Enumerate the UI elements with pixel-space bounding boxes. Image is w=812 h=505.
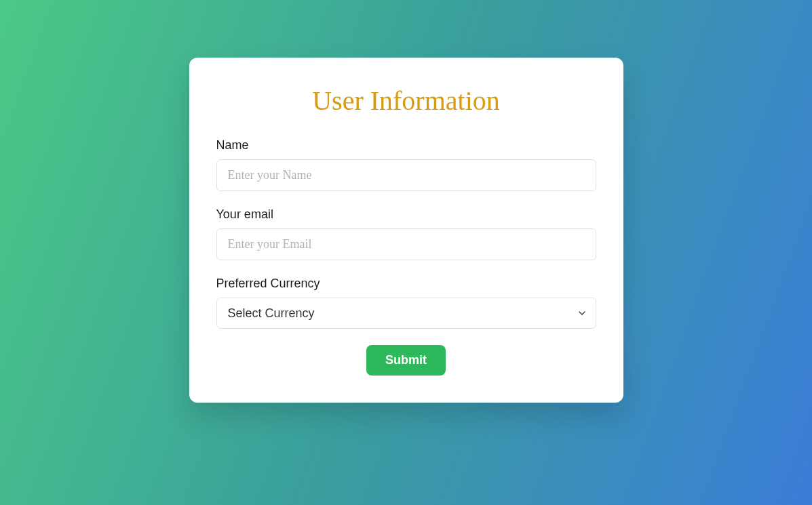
submit-button[interactable]: Submit <box>366 345 446 376</box>
name-field-group: Name <box>216 138 596 191</box>
currency-field-group: Preferred Currency Select Currency <box>216 277 596 329</box>
email-field-group: Your email <box>216 207 596 260</box>
currency-label: Preferred Currency <box>216 277 596 291</box>
name-input[interactable] <box>216 159 596 191</box>
form-title: User Information <box>216 85 596 117</box>
user-info-card: User Information Name Your email Preferr… <box>189 58 623 403</box>
email-input[interactable] <box>216 228 596 260</box>
currency-select[interactable]: Select Currency <box>216 298 596 329</box>
name-label: Name <box>216 138 596 153</box>
email-label: Your email <box>216 207 596 222</box>
